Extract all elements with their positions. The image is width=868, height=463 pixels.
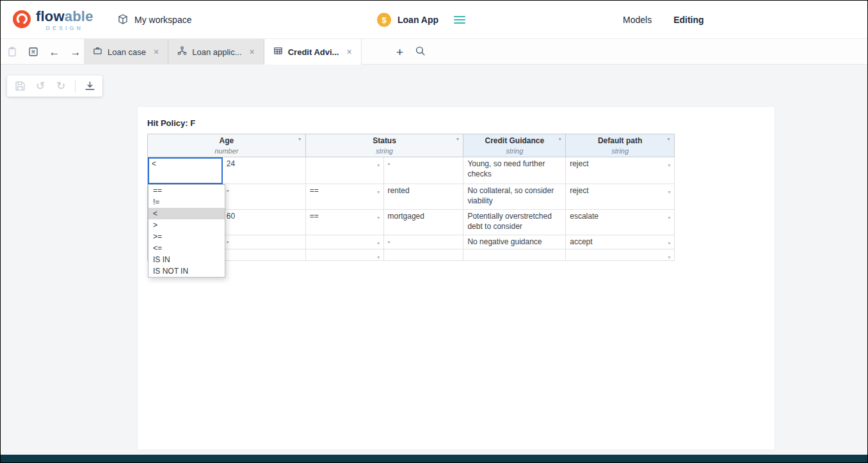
open-model-tabs: Loan case × Loan applic... ×	[84, 39, 362, 65]
tab-label: Credit Advi...	[288, 47, 339, 57]
table-row: < 24 ▼ - Young, so need further checks r…	[148, 157, 675, 184]
back-arrow-icon[interactable]: ←	[48, 45, 61, 58]
clipboard-icon[interactable]	[6, 45, 19, 58]
app-menu-icon[interactable]	[454, 15, 465, 24]
cell-status-value[interactable]: rented	[384, 184, 464, 210]
operator-option[interactable]: >	[149, 219, 225, 231]
cell-status-operator[interactable]: ▼	[306, 157, 384, 184]
dropdown-arrow-icon[interactable]: ▼	[667, 161, 671, 171]
hit-policy-label: Hit Policy: F	[147, 118, 195, 128]
tab-close-icon[interactable]: ×	[250, 47, 255, 56]
bottom-bar	[1, 455, 867, 462]
cell-age-value[interactable]	[223, 249, 306, 261]
cell-status-operator[interactable]: ==▼	[306, 184, 384, 210]
redo-icon[interactable]: ↻	[54, 80, 67, 93]
dropdown-arrow-icon[interactable]: ▼	[667, 253, 671, 261]
cell-default-path[interactable]: ▼	[566, 249, 675, 261]
operator-option[interactable]: IS IN	[149, 254, 225, 265]
operator-option[interactable]: !=	[149, 196, 225, 208]
cell-default-path[interactable]: accept▼	[566, 235, 675, 249]
table-header-row: Age number ▼ Status string ▼ Credit Guid…	[148, 134, 675, 157]
tab-label: Loan applic...	[192, 47, 241, 57]
operator-option[interactable]: IS NOT IN	[149, 265, 225, 277]
package-icon	[117, 13, 129, 27]
tab-close-icon[interactable]: ×	[154, 47, 159, 56]
cell-status-value[interactable]: -	[384, 235, 464, 249]
table-row: ▼ ▼	[148, 249, 675, 261]
workspace-label: My workspace	[134, 15, 191, 25]
workspace-selector[interactable]: My workspace	[117, 1, 191, 39]
table-row: - ==▼ rented No collateral, so consider …	[148, 184, 675, 210]
tab-loan-case[interactable]: Loan case ×	[84, 39, 168, 65]
cell-status-value[interactable]: mortgaged	[384, 210, 464, 235]
dropdown-arrow-icon[interactable]: ▼	[376, 239, 381, 249]
close-window-icon[interactable]	[27, 45, 40, 58]
tab-bar-controls: ← →	[6, 39, 82, 65]
app-badge-icon: $	[377, 13, 391, 27]
dropdown-arrow-icon[interactable]: ▼	[667, 187, 671, 198]
operator-option[interactable]: ==	[149, 185, 225, 196]
tab-close-icon[interactable]: ×	[346, 47, 351, 56]
process-icon	[177, 46, 187, 58]
column-header-default-path[interactable]: Default path string ▼	[566, 134, 675, 157]
flowable-logo: flowable DESIGN	[12, 10, 93, 31]
model-toolbar: ↺ ↻	[7, 75, 102, 97]
editor-tab-bar: ← → Loan case × Loa	[1, 39, 867, 65]
cell-credit-guidance[interactable]	[463, 249, 566, 261]
cell-age-value[interactable]: -	[223, 235, 306, 249]
dropdown-arrow-icon[interactable]: ▼	[376, 253, 381, 261]
operator-option[interactable]: >=	[149, 231, 225, 242]
cell-age-value[interactable]: 60	[223, 210, 306, 235]
cell-credit-guidance[interactable]: Young, so need further checks	[463, 157, 566, 184]
flowable-logo-icon	[12, 10, 31, 31]
operator-option[interactable]: <	[149, 208, 225, 219]
tab-actions: +	[396, 39, 426, 65]
cell-default-path[interactable]: escalate▼	[566, 210, 675, 235]
filter-icon[interactable]: ▼	[298, 137, 302, 141]
case-icon	[93, 46, 102, 58]
cell-age-operator[interactable]: <	[148, 157, 223, 184]
cell-status-operator[interactable]: ▼	[306, 235, 384, 249]
top-nav: Models Editing	[623, 1, 704, 39]
dropdown-arrow-icon[interactable]: ▼	[376, 161, 381, 171]
cell-status-value[interactable]	[384, 249, 464, 261]
table-row: 60 ==▼ mortgaged Potentially overstretch…	[148, 210, 675, 235]
dropdown-arrow-icon[interactable]: ▼	[667, 239, 671, 249]
cell-default-path[interactable]: reject▼	[566, 157, 675, 184]
new-tab-icon[interactable]: +	[396, 46, 403, 58]
tab-loan-application[interactable]: Loan applic... ×	[168, 39, 264, 65]
tab-credit-advice[interactable]: Credit Advi... ×	[264, 39, 362, 65]
logo-subtext: DESIGN	[36, 26, 93, 31]
filter-icon[interactable]: ▼	[666, 137, 671, 141]
nav-editing[interactable]: Editing	[673, 15, 703, 25]
export-icon[interactable]	[83, 80, 96, 93]
cell-credit-guidance[interactable]: No negative guidance	[463, 235, 566, 249]
search-icon[interactable]	[415, 45, 426, 59]
cell-credit-guidance[interactable]: No collateral, so consider viability	[463, 184, 566, 210]
column-header-status[interactable]: Status string ▼	[306, 134, 464, 157]
operator-option[interactable]: <=	[149, 242, 225, 254]
cell-status-value[interactable]: -	[384, 157, 464, 184]
operator-dropdown: == != < > >= <= IS IN IS NOT IN	[148, 184, 225, 278]
logo-text: flowable	[36, 10, 93, 24]
cell-credit-guidance[interactable]: Potentially overstretched debt to consid…	[463, 210, 566, 235]
save-icon[interactable]	[13, 80, 26, 93]
dropdown-arrow-icon[interactable]: ▼	[376, 213, 381, 223]
cell-age-value[interactable]: -	[223, 184, 306, 210]
flowable-design-window: flowable DESIGN My workspace $ Loan App …	[0, 0, 868, 463]
filter-icon[interactable]: ▼	[455, 137, 460, 141]
undo-icon[interactable]: ↺	[34, 80, 47, 93]
cell-status-operator[interactable]: ==▼	[306, 210, 384, 235]
filter-icon[interactable]: ▼	[558, 137, 562, 141]
tab-label: Loan case	[108, 47, 146, 57]
cell-age-value[interactable]: 24	[223, 157, 306, 184]
forward-arrow-icon[interactable]: →	[69, 45, 82, 58]
cell-status-operator[interactable]: ▼	[306, 249, 384, 261]
dropdown-arrow-icon[interactable]: ▼	[667, 213, 671, 223]
column-header-credit-guidance[interactable]: Credit Guidance string ▼	[463, 134, 566, 157]
dropdown-arrow-icon[interactable]: ▼	[376, 187, 381, 198]
table-row: - ▼ - No negative guidance accept▼	[148, 235, 675, 249]
column-header-age[interactable]: Age number ▼	[148, 134, 306, 157]
cell-default-path[interactable]: reject▼	[566, 184, 675, 210]
nav-models[interactable]: Models	[623, 15, 652, 25]
